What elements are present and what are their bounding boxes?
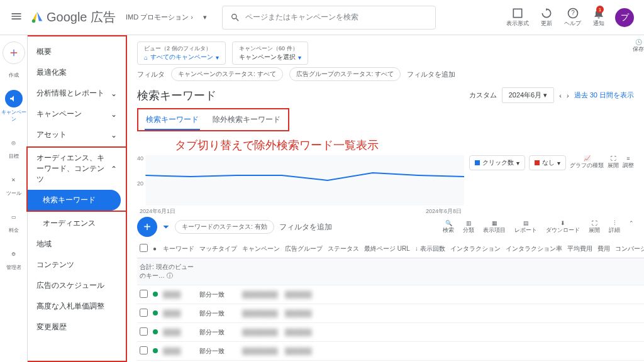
tbl-search[interactable]: 🔍検索	[443, 220, 454, 234]
summary-row: 合計: 現在のビューのキー… ⓘ	[137, 258, 644, 285]
svg-rect-1	[513, 9, 521, 17]
row-checkbox[interactable]	[140, 309, 148, 317]
chart-expand[interactable]: ⛶展開	[608, 155, 619, 170]
date-custom-label: カスタム	[469, 90, 497, 100]
row-checkbox[interactable]	[140, 346, 148, 354]
row-checkbox[interactable]	[140, 290, 148, 298]
nav-insights[interactable]: 分析情報とレポート⌄	[28, 83, 126, 104]
refresh-icon[interactable]: 更新	[540, 7, 553, 28]
display-format-icon[interactable]: 表示形式	[506, 7, 529, 28]
nav-audience-group[interactable]: オーディエンス、キーワード、コンテンツ⌃	[28, 148, 126, 190]
svg-text:?: ?	[571, 9, 575, 16]
table-row[interactable]: ████部分一致██████████████	[137, 285, 644, 304]
nav-recommendations[interactable]: 最適化案	[28, 62, 126, 83]
nav-assets[interactable]: アセット⌄	[28, 124, 126, 145]
add-filter-table[interactable]: フィルタを追加	[279, 222, 332, 233]
create-button[interactable]	[3, 41, 25, 64]
tbl-report[interactable]: ▤レポート	[514, 220, 537, 234]
breadcrumb[interactable]: IMD プロモーション ›	[126, 13, 193, 22]
last-30-days[interactable]: 過去 30 日間を表示	[574, 90, 634, 100]
table-header-row: ● キーワード マッチタイプ キャンペーン 広告グループ ステータス 最終ページ…	[137, 239, 644, 258]
tbl-columns[interactable]: ▦表示項目	[483, 220, 506, 234]
notification-icon[interactable]: 1通知	[592, 7, 605, 28]
rail-create: 作成	[1, 68, 26, 82]
tbl-collapse[interactable]: ⌃	[629, 220, 634, 234]
chart-adjust[interactable]: ≡調整	[623, 155, 634, 170]
view-selector[interactable]: ビュー（2 個のフィルタ） ⌂ すべてのキャンペーン ▾	[137, 41, 226, 65]
nav-content[interactable]: コンテンツ	[28, 255, 126, 275]
page-title: 検索キーワード	[137, 88, 216, 103]
nav-change-history[interactable]: 変更履歴	[28, 317, 126, 337]
nav-audience[interactable]: オーディエンス	[28, 213, 126, 234]
tbl-download[interactable]: ⬇ダウンロード	[546, 220, 580, 234]
add-keyword-button[interactable]: +	[137, 217, 157, 237]
compare-select[interactable]: なし ▾	[529, 155, 566, 170]
search-placeholder: ページまたはキャンペーンを検索	[245, 12, 358, 23]
nav-overview[interactable]: 概要	[28, 41, 126, 62]
filter-label: フィルタ	[137, 70, 165, 79]
breadcrumb-dropdown[interactable]: ▾	[203, 13, 207, 21]
rail-admin[interactable]: ⚙管理者	[1, 241, 26, 275]
nav-locations[interactable]: 地域	[28, 234, 126, 255]
rail-tools[interactable]: ✕ツール	[1, 167, 26, 200]
table-toolbar: + ⏷ キーワードのステータス: 有効 フィルタを追加 🔍検索 ▥分類 ▦表示項…	[137, 214, 634, 239]
chart-controls: クリック数 ▾ なし ▾ 📈グラフの種類 ⛶展開 ≡調整	[469, 155, 634, 170]
menu-icon[interactable]	[10, 10, 23, 25]
save-icon[interactable]: 🕓保存	[633, 39, 644, 53]
logo[interactable]: Google 広告	[30, 9, 116, 26]
search-icon	[230, 13, 240, 23]
date-controls: カスタム 2024年6月 ▾ ‹ › 過去 30 日間を表示	[469, 87, 634, 103]
svg-point-0	[32, 19, 36, 23]
content: 🕓保存 ビュー（2 個のフィルタ） ⌂ すべてのキャンペーン ▾ キャンペーン（…	[127, 35, 644, 362]
nav-ad-schedule[interactable]: 広告のスケジュール	[28, 275, 126, 296]
nav-campaigns[interactable]: キャンペーン⌄	[28, 104, 126, 124]
metric-select[interactable]: クリック数 ▾	[469, 155, 525, 170]
add-filter[interactable]: フィルタを追加	[407, 70, 455, 79]
tab-negative-keywords[interactable]: 除外検索キーワード	[211, 112, 282, 130]
nav-search-keywords[interactable]: 検索キーワード	[28, 190, 121, 211]
table-row[interactable]: ████部分一致██████████████	[137, 304, 644, 323]
left-rail: 作成 キャンペーン ◎目標 ✕ツール ▭料金 ⚙管理者	[0, 35, 28, 362]
rail-campaigns[interactable]: キャンペーン	[1, 86, 26, 126]
date-prev[interactable]: ‹	[559, 92, 562, 99]
tab-search-keywords[interactable]: 検索キーワード	[145, 112, 200, 130]
search-box[interactable]: ページまたはキャンペーンを検索	[222, 6, 436, 30]
campaign-selector[interactable]: キャンペーン（60 件） キャンペーンを選択 ▾	[232, 41, 308, 65]
chart-type[interactable]: 📈グラフの種類	[570, 155, 604, 170]
table-row[interactable]: ████部分一致██████████████	[137, 323, 644, 342]
date-next[interactable]: ›	[567, 92, 569, 99]
rail-goals[interactable]: ◎目標	[1, 130, 26, 163]
keywords-table: ● キーワード マッチタイプ キャンペーン 広告グループ ステータス 最終ページ…	[137, 239, 644, 362]
filter-chip-adgroup[interactable]: 広告グループのステータス: すべて	[289, 67, 401, 81]
annotation: タブ切り替えで除外検索ワード一覧表示	[175, 138, 634, 153]
table-row[interactable]: ████部分一致██████████████	[137, 342, 644, 361]
select-all[interactable]	[140, 244, 148, 252]
header: Google 広告 IMD プロモーション › ▾ ページまたはキャンペーンを検…	[0, 0, 644, 35]
status-chip[interactable]: キーワードのステータス: 有効	[175, 220, 274, 234]
row-checkbox[interactable]	[140, 327, 148, 336]
avatar[interactable]: プ	[615, 8, 634, 27]
side-nav: 概要 最適化案 分析情報とレポート⌄ キャンペーン⌄ アセット⌄ オーディエンス…	[28, 35, 127, 362]
svg-rect-4	[145, 155, 464, 206]
tbl-expand[interactable]: ⛶展開	[589, 220, 600, 234]
tbl-segment[interactable]: ▥分類	[463, 220, 474, 234]
line-chart	[137, 155, 464, 206]
keyword-tabs: 検索キーワード 除外検索キーワード	[137, 108, 289, 131]
rail-billing[interactable]: ▭料金	[1, 204, 26, 238]
help-icon[interactable]: ?ヘルプ	[564, 7, 581, 28]
header-icons: 表示形式 更新 ?ヘルプ 1通知	[506, 7, 605, 28]
filter-icon[interactable]: ⏷	[162, 222, 170, 231]
product-name: Google 広告	[47, 9, 116, 26]
tbl-more[interactable]: ⋮詳細	[609, 220, 620, 234]
nav-bid-adjustments[interactable]: 高度な入札単価調整	[28, 296, 126, 317]
date-select[interactable]: 2024年6月 ▾	[502, 87, 555, 103]
filter-chip-campaign[interactable]: キャンペーンのステータス: すべて	[171, 67, 283, 81]
chart-area: 40 20 2024年6月1日 2024年6月8日	[137, 155, 464, 212]
